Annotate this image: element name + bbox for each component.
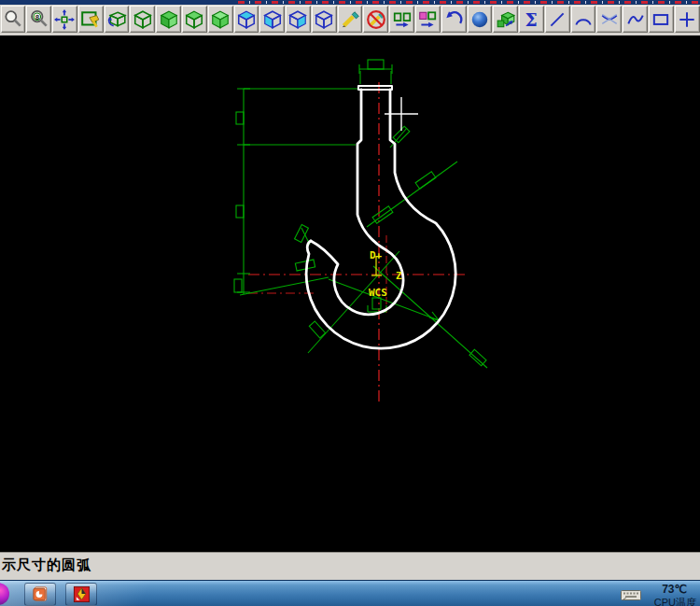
no-erase-icon — [366, 9, 386, 30]
erase-icon — [340, 9, 360, 30]
wcs-label-bottom: WCS — [369, 287, 387, 299]
dimension-left-leader — [240, 260, 329, 295]
view-cube-green-wire-button[interactable] — [130, 6, 155, 33]
title-strip-text-fragments — [238, 1, 700, 4]
pan-button[interactable] — [52, 6, 77, 33]
view-cube-blue-side-button[interactable] — [286, 6, 311, 33]
view-cube-blue-side-icon — [287, 9, 308, 30]
status-message: 示尺寸的圆弧 — [2, 557, 91, 574]
cpu-temperature-label: CPU温度 — [654, 596, 696, 606]
rotate-view-button[interactable] — [105, 6, 130, 33]
rotate-view-icon — [106, 9, 127, 30]
erase-button[interactable] — [338, 6, 363, 33]
transform-object-button[interactable] — [415, 6, 441, 33]
spline-icon — [625, 9, 646, 30]
cad-application-window: 8 — [0, 0, 700, 606]
view-cube-blue-wire-button[interactable] — [312, 6, 337, 33]
rectangle-button[interactable] — [649, 6, 674, 33]
conic-button[interactable] — [596, 6, 622, 33]
hook-cap — [358, 86, 392, 90]
zoom-window-button[interactable] — [78, 6, 104, 33]
arc-icon — [573, 9, 594, 30]
centerlines — [248, 82, 465, 403]
dimension-arrow-leader — [329, 279, 439, 320]
transform-object-icon — [417, 9, 438, 30]
taskbar-app-cad[interactable] — [65, 583, 97, 606]
cad-app-icon — [73, 585, 91, 603]
dimension-diagonal-lower-left — [308, 251, 399, 353]
dimension-shank-leader — [390, 126, 410, 148]
view-cube-blue-front-button[interactable] — [259, 6, 285, 33]
zoom-ratio-icon: 8 — [29, 9, 49, 30]
view-cube-green-light-button[interactable] — [208, 6, 233, 33]
arc-button[interactable] — [571, 6, 596, 33]
view-cube-green-light-icon — [210, 9, 231, 30]
svg-text:Σ: Σ — [525, 9, 538, 30]
taskbar: 73℃ CPU温度 — [0, 580, 700, 606]
copy-object-button[interactable] — [389, 6, 414, 33]
line-button[interactable] — [545, 6, 570, 33]
cpu-temperature-value: 73℃ — [662, 583, 687, 596]
dimension-tip-leader — [295, 225, 310, 245]
status-bar: 示尺寸的圆弧 — [0, 552, 700, 580]
view-cube-green-wire-icon — [133, 9, 153, 30]
zoom-button[interactable] — [1, 6, 26, 33]
line-icon — [547, 9, 567, 30]
view-cube-blue-top-button[interactable] — [234, 6, 259, 33]
main-toolbar: 8 — [0, 5, 700, 35]
undo-button[interactable] — [441, 6, 467, 33]
zoom-ratio-button[interactable]: 8 — [26, 6, 51, 33]
start-orb-icon[interactable] — [0, 583, 9, 605]
hook-drawing: D+ Z WCS — [0, 35, 700, 552]
view-cube-blue-top-icon — [236, 9, 257, 30]
sphere-icon — [469, 9, 490, 30]
copy-object-icon — [392, 9, 413, 30]
point-icon — [677, 9, 697, 30]
drawing-canvas[interactable]: D+ Z WCS — [0, 35, 700, 552]
dimension-diagonal-lower-right — [373, 266, 487, 368]
svg-text:8: 8 — [35, 13, 39, 21]
zoom-icon — [3, 9, 23, 30]
undo-icon — [443, 9, 464, 30]
keyboard-icon[interactable] — [621, 588, 641, 600]
no-erase-button[interactable] — [363, 6, 388, 33]
view-cube-blue-front-icon — [262, 9, 283, 30]
sum-sigma-icon: Σ — [521, 9, 541, 30]
sphere-button[interactable] — [468, 6, 493, 33]
view-cube-green-shaded-button[interactable] — [156, 6, 181, 33]
powerpoint-icon — [32, 585, 49, 603]
spline-button[interactable] — [623, 6, 648, 33]
wcs-label-top: D+ — [370, 249, 383, 261]
view-cube-green-top-icon — [184, 9, 204, 30]
view-cube-green-shaded-icon — [159, 9, 179, 30]
point-button[interactable] — [675, 6, 700, 33]
system-tray: 73℃ CPU温度 — [588, 581, 700, 606]
taskbar-app-powerpoint[interactable] — [24, 583, 56, 606]
pan-icon — [54, 9, 75, 30]
pattern-copy-icon — [496, 9, 516, 30]
view-cube-blue-wire-icon — [314, 9, 334, 30]
zoom-window-icon — [80, 9, 101, 30]
pattern-copy-button[interactable] — [493, 6, 518, 33]
sum-sigma-button[interactable]: Σ — [519, 6, 544, 33]
rectangle-icon — [651, 9, 671, 30]
dimension-diagonal-upper-right — [367, 162, 457, 227]
view-cube-green-top-button[interactable] — [182, 6, 207, 33]
dimension-top-width — [359, 60, 392, 84]
hook-right-outer-profile — [306, 90, 455, 348]
conic-icon — [599, 9, 620, 30]
wcs-label-right: Z — [396, 270, 402, 282]
